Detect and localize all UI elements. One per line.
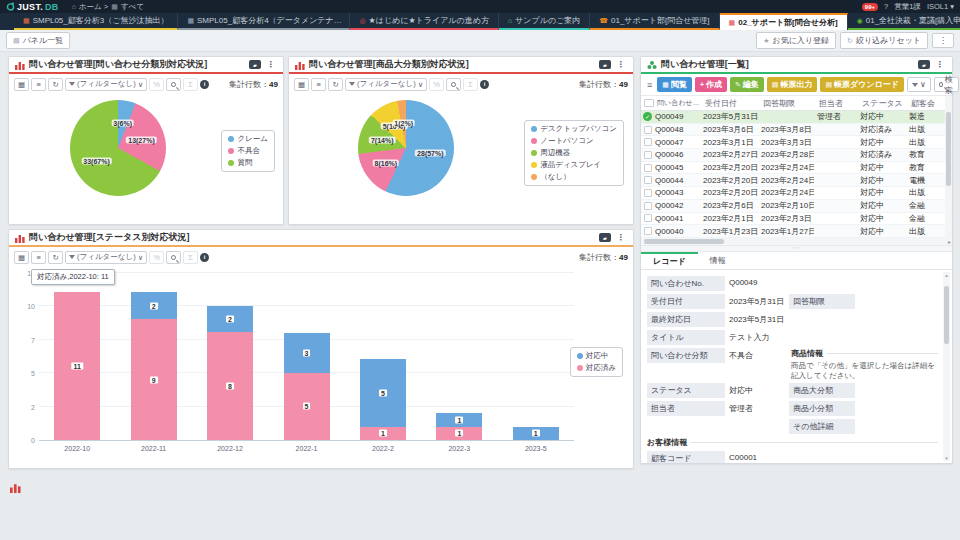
table-view-icon[interactable]: ▦ — [294, 78, 309, 91]
bar-segment-taiochu[interactable]: 5 — [360, 359, 406, 426]
edit-button[interactable]: ✎ 編集 — [730, 77, 764, 92]
table-view-icon[interactable]: ▦ — [14, 78, 29, 91]
table-vertical-scrollbar[interactable] — [945, 96, 952, 238]
info-icon[interactable]: i — [200, 253, 209, 262]
select-all-checkbox[interactable] — [644, 99, 654, 107]
bar-segment-taiochu[interactable]: 2 — [131, 292, 177, 319]
hamburger-icon[interactable]: ≡ — [645, 80, 654, 90]
tab-item[interactable]: ☎01_サポート部[問合せ管理] — [590, 13, 719, 30]
percent-icon[interactable]: % — [149, 251, 164, 264]
bar-segment-taiozumi[interactable]: 8 — [207, 332, 253, 440]
record-tab[interactable]: レコード — [641, 252, 698, 269]
bar-segment-taiozumi[interactable]: 1 — [436, 427, 482, 440]
bar-stack[interactable]: 11 — [54, 292, 100, 440]
row-checkbox[interactable] — [644, 151, 652, 159]
row-checkbox[interactable] — [644, 189, 652, 197]
bar-stack[interactable]: 92 — [131, 292, 177, 440]
create-button[interactable]: + 作成 — [695, 77, 727, 92]
refresh-icon[interactable]: ↻ — [328, 78, 343, 91]
breadcrumb-home[interactable]: ホーム > — [79, 2, 108, 12]
bar-segment-taiozumi[interactable]: 11 — [54, 292, 100, 440]
column-header[interactable]: 問い合わせ… ▼ — [654, 98, 702, 108]
column-header[interactable]: ステータス — [859, 98, 908, 109]
bar-segment-taiochu[interactable]: 2 — [207, 306, 253, 333]
breadcrumb-current[interactable]: すべて — [121, 2, 144, 12]
justdb-logo[interactable]: JUST.DB — [6, 2, 59, 12]
bar-segment-taiochu[interactable]: 3 — [284, 333, 330, 373]
row-checkbox[interactable] — [644, 138, 652, 146]
tab-item[interactable]: ◎★はじめに★トライアルの進め方 — [350, 13, 499, 30]
table-row[interactable]: Q000472023年3月1日2023年3月3日対応中出版 — [641, 136, 952, 149]
pie-chart[interactable] — [70, 100, 166, 196]
table-row[interactable]: Q000412023年2月1日2023年2月3日対応中金融 — [641, 213, 952, 226]
table-row[interactable]: Q000432023年2月20日2023年2月24日対応中出版 — [641, 187, 952, 200]
bar-stack[interactable]: 82 — [207, 306, 253, 440]
panel-list-button[interactable]: ▤ パネル一覧 — [6, 32, 70, 49]
sigma-icon[interactable]: Σ — [463, 78, 478, 91]
list-view-icon[interactable]: ≡ — [31, 78, 46, 91]
column-header[interactable]: 担当者 — [816, 98, 859, 109]
list-search-button[interactable]: 検索 — [934, 77, 959, 92]
export-image-icon[interactable]: ▰ — [599, 60, 611, 69]
record-tab[interactable]: 情報 — [698, 252, 738, 269]
sigma-icon[interactable]: Σ — [183, 251, 198, 264]
table-view-icon[interactable]: ▦ — [14, 251, 29, 264]
info-icon[interactable]: i — [200, 80, 209, 89]
panel-menu-icon[interactable]: ⋮ — [265, 60, 277, 69]
panel-menu-icon[interactable]: ⋮ — [615, 60, 627, 69]
bar-segment-taiozumi[interactable]: 5 — [284, 373, 330, 440]
table-row[interactable]: Q000422023年2月6日2023年2月10日対応中金融 — [641, 200, 952, 213]
tab-item[interactable]: ▦SMPL05_顧客分析4（データメンテナ… — [178, 13, 350, 30]
row-checkbox[interactable] — [644, 214, 652, 222]
search-icon-button[interactable] — [166, 78, 181, 91]
bar-stack[interactable]: 53 — [284, 333, 330, 441]
list-filter-button[interactable]: ∨ — [907, 77, 931, 92]
row-checkbox[interactable] — [644, 202, 652, 210]
help-button[interactable]: ? — [884, 2, 888, 11]
filter-reset-button[interactable]: ↻ 絞り込みリセット — [840, 32, 928, 49]
more-options-button[interactable]: ⋮ — [932, 33, 954, 48]
column-header[interactable]: 顧客会 — [908, 98, 944, 109]
filter-button[interactable]: (フィルターなし)∨ — [65, 78, 147, 91]
record-vertical-scrollbar[interactable]: ▴ ▾ — [943, 272, 950, 461]
row-checkbox[interactable] — [644, 227, 652, 235]
export-image-icon[interactable]: ▰ — [599, 233, 611, 242]
selected-check-icon[interactable]: ✓ — [643, 112, 652, 121]
table-row[interactable]: Q000452023年2月20日2023年2月24日対応中教育 — [641, 162, 952, 175]
export-image-icon[interactable]: ▰ — [918, 60, 930, 69]
user-menu[interactable]: ISOL1 ▾ — [927, 2, 954, 11]
table-horizontal-scrollbar[interactable]: ▸ — [641, 238, 952, 246]
notification-badge[interactable]: 99+ — [862, 3, 878, 11]
table-row[interactable]: Q000442023年2月20日2023年2月24日対応中電機 — [641, 174, 952, 187]
export-image-icon[interactable]: ▰ — [249, 60, 261, 69]
percent-icon[interactable]: % — [149, 78, 164, 91]
filter-button[interactable]: (フィルターなし)∨ — [345, 78, 427, 91]
bar-segment-taiozumi[interactable]: 9 — [131, 319, 177, 440]
row-checkbox[interactable] — [644, 176, 652, 184]
search-icon-button[interactable] — [446, 78, 461, 91]
table-row[interactable]: ✓Q000492023年5月31日管理者対応中製造 — [641, 111, 952, 124]
tab-item[interactable]: ⌂サンプルのご案内 — [499, 13, 590, 30]
column-header[interactable]: 受付日付 — [702, 98, 760, 109]
column-header[interactable]: 回答期限 — [760, 98, 816, 109]
list-view-icon[interactable]: ≡ — [31, 251, 46, 264]
bar-stack[interactable]: 1 — [513, 427, 559, 440]
pie-chart[interactable] — [358, 100, 454, 196]
tab-item[interactable]: ◉01_全社決裁・稟議[購入申請] — [848, 13, 960, 30]
list-view-icon[interactable]: ≡ — [311, 78, 326, 91]
row-checkbox[interactable] — [644, 164, 652, 172]
panel-menu-icon[interactable]: ⋮ — [934, 60, 946, 69]
sigma-icon[interactable]: Σ — [183, 78, 198, 91]
table-row[interactable]: Q000402023年1月23日2023年1月27日対応中出版 — [641, 225, 952, 238]
table-row[interactable]: Q000482023年3月6日2023年3月8日対応済み出版 — [641, 124, 952, 137]
report-output-button[interactable]: ▤ 帳票出力 — [767, 77, 818, 92]
report-download-button[interactable]: ▤ 帳票ダウンロード — [820, 77, 904, 92]
tab-active[interactable]: ▦02_サポート部[問合せ分析] — [720, 13, 848, 30]
bar-stack[interactable]: 15 — [360, 359, 406, 440]
filter-button[interactable]: (フィルターなし)∨ — [65, 251, 147, 264]
refresh-icon[interactable]: ↻ — [48, 251, 63, 264]
bar-stack[interactable]: 11 — [436, 413, 482, 440]
view-button[interactable]: ▦ 閲覧 — [657, 77, 692, 92]
percent-icon[interactable]: % — [429, 78, 444, 91]
panel-menu-icon[interactable]: ⋮ — [615, 233, 627, 242]
